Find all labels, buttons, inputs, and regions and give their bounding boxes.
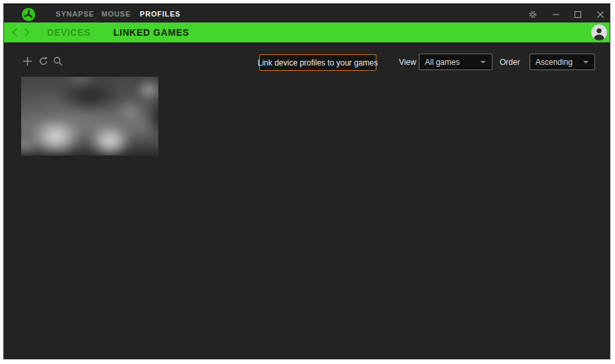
tab-mouse[interactable]: MOUSE bbox=[101, 5, 131, 23]
chevron-down-icon bbox=[480, 61, 486, 64]
tab-profiles[interactable]: PROFILES bbox=[140, 5, 180, 23]
tab-devices[interactable]: DEVICES bbox=[47, 23, 91, 42]
forward-arrow-icon[interactable] bbox=[21, 27, 32, 38]
view-dropdown[interactable]: All games bbox=[419, 54, 492, 70]
link-device-profiles-button[interactable]: Link device profiles to your games bbox=[259, 54, 376, 71]
settings-gear-icon[interactable] bbox=[526, 8, 539, 21]
app-window: SYNAPSE MOUSE PROFILES DE bbox=[3, 3, 610, 359]
maximize-icon[interactable] bbox=[571, 8, 585, 21]
blurred-game-thumbnail bbox=[21, 77, 158, 156]
add-profile-icon[interactable] bbox=[22, 56, 32, 66]
razer-logo-icon[interactable] bbox=[21, 7, 36, 22]
user-avatar[interactable] bbox=[591, 24, 607, 40]
order-label: Order bbox=[500, 54, 520, 71]
view-dropdown-value: All games bbox=[425, 58, 460, 67]
minimize-icon[interactable] bbox=[549, 8, 563, 21]
back-arrow-icon[interactable] bbox=[9, 27, 20, 38]
tab-linked-games[interactable]: LINKED GAMES bbox=[113, 23, 190, 42]
tab-synapse[interactable]: SYNAPSE bbox=[56, 5, 94, 23]
order-dropdown-value: Ascending bbox=[535, 58, 573, 67]
view-label: View bbox=[399, 54, 416, 71]
search-icon[interactable] bbox=[52, 56, 63, 66]
sub-nav-bar: DEVICES LINKED GAMES bbox=[4, 23, 610, 42]
chevron-down-icon bbox=[583, 61, 588, 64]
close-icon[interactable] bbox=[594, 8, 607, 21]
refresh-icon[interactable] bbox=[38, 56, 48, 66]
game-tile[interactable] bbox=[21, 77, 158, 156]
title-bar: SYNAPSE MOUSE PROFILES bbox=[4, 4, 610, 23]
main-content: Link device profiles to your games View … bbox=[4, 42, 610, 359]
order-dropdown[interactable]: Ascending bbox=[530, 54, 595, 70]
